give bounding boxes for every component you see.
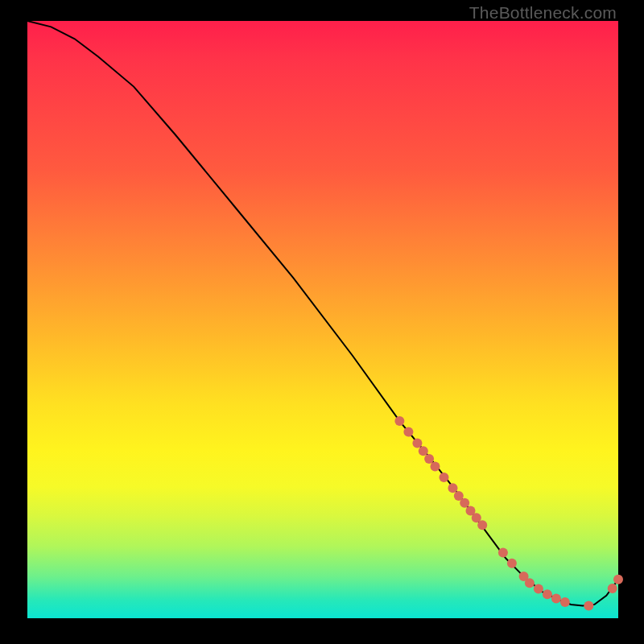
chart-svg	[27, 21, 618, 618]
data-marker	[498, 547, 508, 557]
data-marker	[551, 594, 561, 604]
data-marker	[507, 559, 517, 568]
data-marker	[448, 483, 458, 493]
chart-frame: TheBottleneck.com	[0, 0, 644, 644]
data-marker	[440, 473, 449, 482]
data-marker	[560, 597, 570, 607]
data-marker	[412, 439, 422, 448]
data-marker	[419, 446, 428, 456]
data-marker	[424, 454, 434, 464]
data-marker	[431, 462, 440, 472]
data-marker	[403, 427, 413, 437]
data-marker	[525, 578, 535, 588]
data-marker	[394, 416, 404, 426]
plot-area	[27, 21, 618, 618]
data-marker	[613, 575, 623, 584]
curve-line	[27, 21, 618, 605]
data-marker	[477, 520, 487, 530]
data-marker	[543, 589, 552, 599]
watermark-text: TheBottleneck.com	[469, 3, 617, 23]
data-marker	[584, 601, 593, 610]
data-marker	[460, 498, 469, 508]
data-marker	[608, 584, 617, 593]
marker-group	[394, 416, 623, 610]
data-marker	[534, 584, 543, 594]
